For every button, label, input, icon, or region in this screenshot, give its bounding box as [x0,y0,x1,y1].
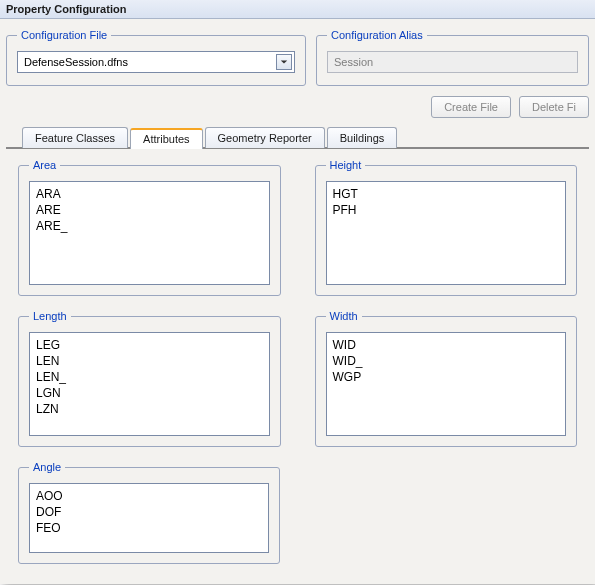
tab-feature-classes[interactable]: Feature Classes [22,127,128,148]
file-buttons-row: Create File Delete Fi [6,96,589,126]
listbox-width[interactable]: WID WID_ WGP [326,332,567,436]
chevron-down-icon[interactable] [276,54,292,70]
configuration-file-legend: Configuration File [17,29,111,41]
group-height: Height HGT PFH [315,159,578,296]
group-width: Width WID WID_ WGP [315,310,578,447]
config-row: Configuration File DefenseSession.dfns C… [6,25,589,96]
group-width-legend: Width [326,310,362,322]
attribute-grid: Area ARA ARE ARE_ Height HGT PFH Length … [16,159,579,564]
listbox-area[interactable]: ARA ARE ARE_ [29,181,270,285]
group-length: Length LEG LEN LEN_ LGN LZN [18,310,281,447]
create-file-button[interactable]: Create File [431,96,511,118]
tab-buildings[interactable]: Buildings [327,127,398,148]
group-height-legend: Height [326,159,366,171]
attributes-tabpanel: Area ARA ARE ARE_ Height HGT PFH Length … [6,149,589,569]
group-length-legend: Length [29,310,71,322]
window-body: Configuration File DefenseSession.dfns C… [0,19,595,584]
group-area-legend: Area [29,159,60,171]
delete-file-button[interactable]: Delete Fi [519,96,589,118]
tab-geometry-reporter[interactable]: Geometry Reporter [205,127,325,148]
configuration-file-value: DefenseSession.dfns [24,56,128,68]
group-area: Area ARA ARE ARE_ [18,159,281,296]
listbox-angle[interactable]: AOO DOF FEO [29,483,269,553]
configuration-file-group: Configuration File DefenseSession.dfns [6,29,306,86]
configuration-file-combo[interactable]: DefenseSession.dfns [17,51,295,73]
tab-attributes[interactable]: Attributes [130,128,202,149]
property-configuration-window: Property Configuration Configuration Fil… [0,0,595,585]
group-angle-legend: Angle [29,461,65,473]
listbox-length[interactable]: LEG LEN LEN_ LGN LZN [29,332,270,436]
window-title: Property Configuration [0,0,595,19]
listbox-height[interactable]: HGT PFH [326,181,567,285]
tab-bar: Feature Classes Attributes Geometry Repo… [6,126,589,149]
configuration-alias-group: Configuration Alias Session [316,29,589,86]
configuration-alias-legend: Configuration Alias [327,29,427,41]
configuration-alias-input[interactable]: Session [327,51,578,73]
group-angle: Angle AOO DOF FEO [18,461,280,564]
